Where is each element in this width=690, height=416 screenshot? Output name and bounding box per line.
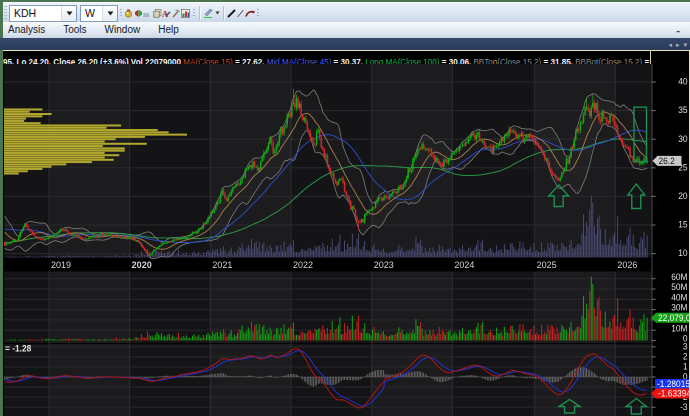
copy-chart-icon [153,9,162,18]
trendline-thick-button[interactable] [227,6,236,20]
timeframe-dropdown-button[interactable] [102,6,117,21]
watchlist-icon [134,9,143,18]
toolbar-separator [199,6,201,20]
info-segment: BBTop(Close,15,2) [473,56,541,64]
info-segment: = 30.37, [331,56,365,64]
symbol-dropdown-button[interactable] [61,6,76,21]
toolbar-group-draw [203,6,221,20]
tools-button[interactable] [172,6,181,20]
tab-scroll-right-icon[interactable]: ▸ [674,41,682,48]
menu-help[interactable]: Help [149,23,188,37]
info-segment: = [642,56,649,64]
info-segment: = 31.85, [541,56,575,64]
pencil-dropdown-arrow [215,11,220,15]
pencil-dropdown-arrow-button[interactable] [214,6,220,20]
chart-canvas[interactable] [0,51,690,416]
draw-pencil-icon [203,8,213,18]
info-text: 95, Lo 24.20, Close 26.20 (+3.6%) Vol 22… [3,56,649,64]
chart-window: 95, Lo 24.20, Close 26.20 (+3.6%) Vol 22… [0,50,690,416]
chart-grid-button[interactable] [181,6,190,20]
chart-grid-icon [181,9,190,18]
tab-list-dropdown-icon[interactable]: ▾ [681,41,689,48]
tab-scroll-left-icon[interactable]: ◂ [666,41,674,48]
quotes-icon [124,9,133,18]
trendline-thin-icon [236,9,245,18]
timeframe-combobox[interactable]: W [80,5,118,22]
info-segment: MA(Close,15) [183,56,232,64]
menu-window[interactable]: Window [96,23,150,37]
watchlist-button[interactable] [134,6,143,20]
toolbar-items: KDH W ssA [3,3,690,23]
axis-header-box [650,51,690,64]
info-segment: BBBot(Close,15,2) [575,56,642,64]
indicator-info-bar: 95, Lo 24.20, Close 26.20 (+3.6%) Vol 22… [3,51,650,64]
annotate-button[interactable]: A [162,6,171,20]
info-segment: = 30.06, [439,56,473,64]
menu-analysis[interactable]: Analysis [3,23,54,37]
chevron-down-icon [107,11,114,16]
menu-overflow-button[interactable]: - [670,23,686,37]
scans-icon: ss [143,9,153,18]
menu-bar: AnalysisToolsWindowHelp - [3,22,690,38]
symbol-value[interactable]: KDH [10,6,61,21]
toolbar-separator [120,9,122,17]
arc-tool-button[interactable] [246,6,255,20]
info-segment: Long MA(Close,100) [365,56,439,64]
draw-pencil-button[interactable] [203,6,214,20]
application-window: KDH W ssA AnalysisToolsWindowHelp - [0,0,690,416]
copy-chart-button[interactable] [153,6,162,20]
info-segment: Mid MA(Close,45) [267,56,332,64]
menu-tools[interactable]: Tools [54,23,95,37]
arc-tool-icon [245,9,255,18]
trendline-thin-button[interactable] [236,6,245,20]
scans-button[interactable]: ss [143,6,152,20]
menu-items: AnalysisToolsWindowHelp [3,23,188,37]
chevron-down-icon [66,11,73,16]
timeframe-value[interactable]: W [81,6,102,21]
main-toolbar: KDH W ssA [3,2,690,23]
tools-icon [172,9,181,18]
toolbar-separator [257,9,259,17]
symbol-combobox[interactable]: KDH [9,5,77,22]
toolbar-separator [193,9,195,17]
tab-navigation: ◂▸▾ [666,38,689,50]
quotes-button[interactable] [124,6,133,20]
toolbar-grip-handle[interactable] [4,6,7,20]
toolbar-group-lines [227,6,256,20]
info-segment: 95, Lo 24.20, Close 26.20 (+3.6%) Vol 22… [3,56,183,64]
trendline-thick-icon [227,9,236,18]
annotate-icon: A [162,9,171,18]
svg-text:ss: ss [143,9,149,18]
window-tab-strip: ◂▸▾ [0,38,690,50]
info-segment: = 27.62, [233,56,267,64]
toolbar-separator [223,6,225,20]
toolbar-group-view: ssA [124,6,191,20]
